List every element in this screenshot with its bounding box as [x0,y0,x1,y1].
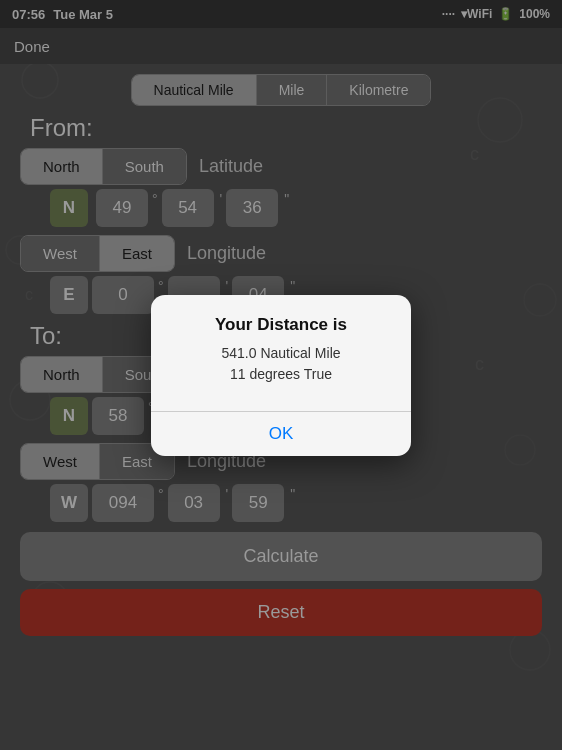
modal-dialog: Your Distance is 541.0 Nautical Mile 11 … [151,295,411,456]
modal-distance-line: 541.0 Nautical Mile [169,343,393,364]
modal-overlay: Your Distance is 541.0 Nautical Mile 11 … [0,0,562,750]
modal-actions: OK [151,412,411,456]
modal-degrees-line: 11 degrees True [169,364,393,385]
modal-ok-button[interactable]: OK [151,412,411,456]
modal-title: Your Distance is [169,315,393,335]
modal-body: Your Distance is 541.0 Nautical Mile 11 … [151,295,411,397]
